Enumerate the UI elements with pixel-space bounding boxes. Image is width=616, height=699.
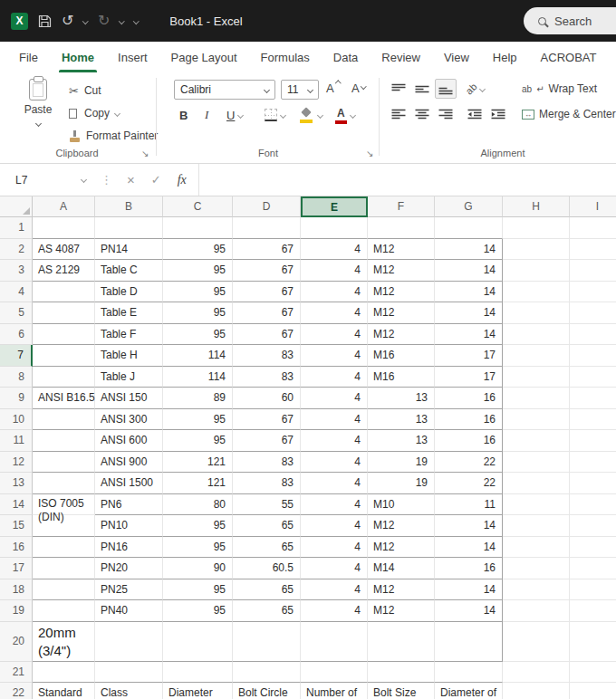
cell-B17[interactable]: PN20 (95, 558, 163, 579)
cell-D11[interactable]: 67 (233, 430, 301, 452)
cell-E7[interactable]: 4 (301, 345, 368, 367)
cell-E8[interactable]: 4 (301, 367, 368, 388)
cell-D14[interactable]: 55 (233, 494, 301, 516)
cell-H7[interactable] (503, 345, 570, 367)
cell-H17[interactable] (503, 558, 570, 579)
insert-function-icon[interactable]: fx (178, 173, 187, 187)
merge-center-button[interactable]: ↔ Merge & Center (522, 104, 616, 124)
cell-F6[interactable]: M12 (368, 324, 435, 346)
cell-B12[interactable]: ANSI 900 (95, 452, 163, 474)
cell-I7[interactable] (570, 345, 616, 367)
qat-customize-icon[interactable] (133, 18, 139, 24)
cell-A21[interactable] (33, 662, 95, 684)
enter-icon[interactable]: ✓ (151, 173, 161, 187)
row-header-7[interactable]: 7 (0, 345, 33, 367)
cell-C21[interactable] (163, 662, 233, 684)
tab-review[interactable]: Review (370, 42, 432, 72)
row-header-18[interactable]: 18 (0, 579, 33, 601)
cell-F7[interactable]: M16 (368, 345, 435, 367)
cell-G14[interactable]: 11 (435, 494, 503, 516)
column-header-A[interactable]: A (33, 196, 95, 217)
select-all-corner[interactable] (0, 196, 33, 217)
row-header-17[interactable]: 17 (0, 558, 33, 579)
align-right-button[interactable] (435, 104, 457, 124)
cell-E4[interactable]: 4 (301, 282, 368, 303)
cell-C8[interactable]: 114 (163, 367, 233, 388)
row-header-15[interactable]: 15 (0, 515, 33, 537)
cell-G12[interactable]: 22 (435, 452, 503, 474)
row-header-8[interactable]: 8 (0, 367, 33, 388)
middle-align-button[interactable] (411, 79, 433, 99)
cell-I20[interactable] (570, 622, 616, 662)
row-header-6[interactable]: 6 (0, 324, 33, 346)
cell-F11[interactable]: 13 (368, 430, 435, 452)
cell-I19[interactable] (570, 600, 616, 622)
cell-H6[interactable] (503, 324, 570, 346)
cell-D9[interactable]: 60 (233, 388, 301, 409)
cell-E20[interactable] (301, 622, 368, 662)
cell-E22[interactable]: Number of (301, 683, 368, 699)
cell-F4[interactable]: M12 (368, 282, 435, 303)
cell-E3[interactable]: 4 (301, 260, 368, 282)
cell-A4[interactable] (33, 282, 95, 303)
cell-C13[interactable]: 121 (163, 473, 233, 494)
cell-F13[interactable]: 19 (368, 473, 435, 494)
cell-F17[interactable]: M14 (368, 558, 435, 579)
cell-G8[interactable]: 17 (435, 367, 503, 388)
row-header-12[interactable]: 12 (0, 452, 33, 474)
cell-E5[interactable]: 4 (301, 302, 368, 324)
bottom-align-button[interactable] (435, 79, 457, 99)
cell-H1[interactable] (503, 217, 570, 239)
cell-C19[interactable]: 95 (163, 600, 233, 622)
font-size-select[interactable]: 11 (281, 80, 319, 100)
cell-H22[interactable] (503, 683, 570, 699)
row-header-13[interactable]: 13 (0, 473, 33, 494)
cell-B18[interactable]: PN25 (95, 579, 163, 601)
cell-C14[interactable]: 80 (163, 494, 233, 516)
cell-G11[interactable]: 16 (435, 430, 503, 452)
cell-I5[interactable] (570, 302, 616, 324)
decrease-indent-button[interactable] (464, 104, 486, 124)
bold-button[interactable]: B (179, 105, 188, 125)
cell-H11[interactable] (503, 430, 570, 452)
cell-B19[interactable]: PN40 (95, 600, 163, 622)
cell-H9[interactable] (503, 388, 570, 409)
font-name-select[interactable]: Calibri (174, 80, 275, 100)
cell-A6[interactable] (33, 324, 95, 346)
cell-C3[interactable]: 95 (163, 260, 233, 282)
cell-H12[interactable] (503, 452, 570, 474)
tab-data[interactable]: Data (322, 42, 370, 72)
cell-D19[interactable]: 65 (233, 600, 301, 622)
cell-E9[interactable]: 4 (301, 388, 368, 409)
row-header-10[interactable]: 10 (0, 409, 33, 431)
cell-F12[interactable]: 19 (368, 452, 435, 474)
cell-B5[interactable]: Table E (95, 302, 163, 324)
cell-H14[interactable] (503, 494, 570, 516)
cell-E16[interactable]: 4 (301, 537, 368, 559)
cell-D4[interactable]: 67 (233, 282, 301, 303)
cell-H15[interactable] (503, 515, 570, 537)
cell-G16[interactable]: 14 (435, 537, 503, 559)
tab-insert[interactable]: Insert (106, 42, 159, 72)
cell-B21[interactable] (95, 662, 163, 684)
search-box[interactable]: Search (524, 7, 616, 34)
column-header-G[interactable]: G (435, 196, 503, 217)
cell-A22[interactable]: Standard (33, 683, 95, 699)
cell-D12[interactable]: 83 (233, 452, 301, 474)
cell-I8[interactable] (570, 367, 616, 388)
row-header-3[interactable]: 3 (0, 260, 33, 282)
cell-I14[interactable] (570, 494, 616, 516)
cell-A14[interactable]: ISO 7005 (DIN) (33, 494, 95, 516)
cell-I16[interactable] (570, 537, 616, 559)
cut-button[interactable]: ✂ Cut (69, 81, 101, 100)
align-center-button[interactable] (411, 104, 433, 124)
cell-F1[interactable] (368, 217, 435, 239)
fill-color-button[interactable] (299, 105, 322, 125)
cell-I2[interactable] (570, 239, 616, 261)
cell-E19[interactable]: 4 (301, 600, 368, 622)
cell-E14[interactable]: 4 (301, 494, 368, 516)
name-box[interactable]: L7 (7, 169, 94, 191)
column-header-H[interactable]: H (503, 196, 570, 217)
cell-C22[interactable]: Diameter (163, 683, 233, 699)
cell-A13[interactable] (33, 473, 95, 494)
